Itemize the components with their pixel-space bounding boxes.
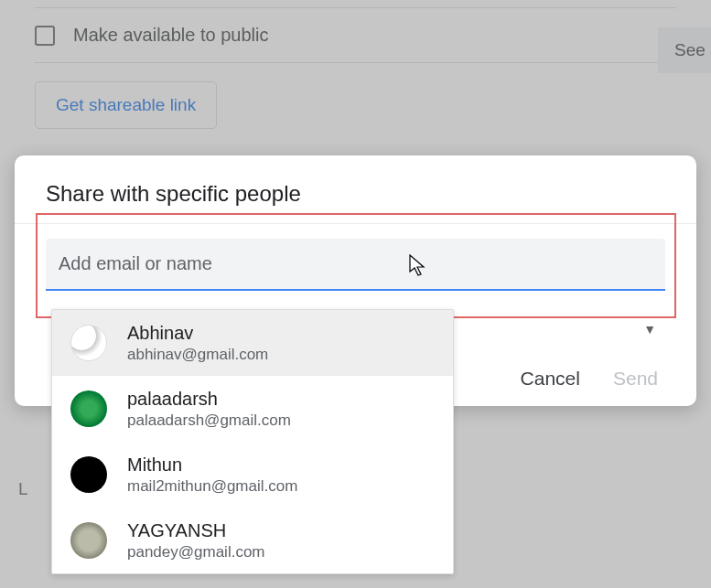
suggestion-item[interactable]: Abhinavabhinav@gmail.com xyxy=(52,310,453,376)
suggestion-item[interactable]: Mithunmail2mithun@gmail.com xyxy=(52,442,453,508)
suggestion-name: YAGYANSH xyxy=(127,519,265,542)
suggestion-name: Mithun xyxy=(127,453,297,476)
cancel-button[interactable]: Cancel xyxy=(521,368,580,390)
avatar xyxy=(70,456,107,493)
suggestion-email: mail2mithun@gmail.com xyxy=(127,476,297,497)
permission-dropdown-caret[interactable]: ▼ xyxy=(643,322,665,337)
add-email-input[interactable] xyxy=(46,239,665,291)
avatar xyxy=(70,522,107,559)
suggestion-email: palaadarsh@gmail.com xyxy=(127,411,291,431)
suggestion-email: abhinav@gmail.com xyxy=(127,345,268,365)
suggestions-dropdown: Abhinavabhinav@gmail.compalaadarshpalaad… xyxy=(51,309,454,574)
suggestion-name: palaadarsh xyxy=(127,387,291,411)
suggestion-item[interactable]: palaadarshpalaadarsh@gmail.com xyxy=(52,376,453,442)
avatar xyxy=(70,390,107,427)
modal-title: Share with specific people xyxy=(15,155,696,223)
avatar xyxy=(70,325,107,361)
suggestion-item[interactable]: YAGYANSHpandey@gmail.com xyxy=(52,508,453,573)
suggestion-name: Abhinav xyxy=(127,321,268,345)
send-button[interactable]: Send xyxy=(613,368,658,390)
suggestion-email: pandey@gmail.com xyxy=(127,542,265,562)
